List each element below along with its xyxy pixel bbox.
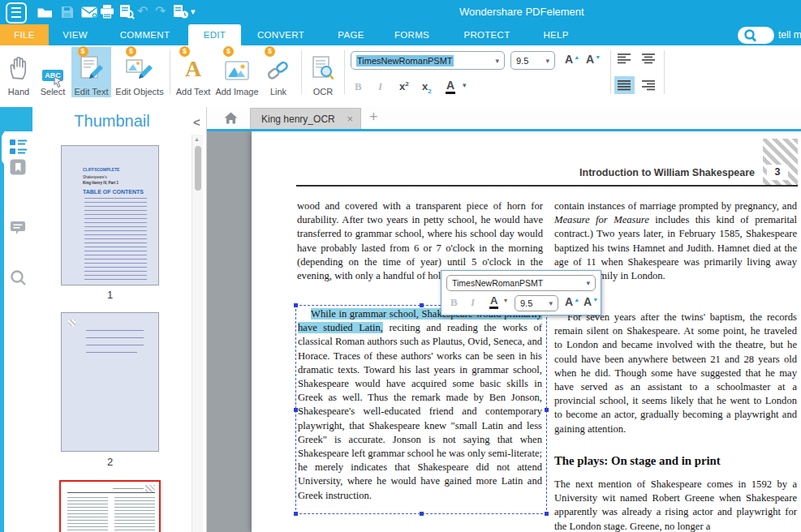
pdfelement-window: ↶ ↷ ▾ Wondershare PDFelement FILE VIEW C… [0,0,801,532]
font-family-select[interactable]: TimesNewRomanPSMT ▾ [351,51,505,70]
mini-font-color-dropdown-icon[interactable]: ▾ [504,297,507,304]
toolbar-divider [170,50,170,94]
mini-bold-button[interactable]: B [450,296,458,309]
triangle-up-icon: ▲ [574,54,579,60]
mini-italic-button[interactable]: I [471,296,475,309]
mini-font-color-button[interactable]: A [489,294,498,307]
recent-document-icon[interactable] [173,5,189,19]
resize-handle-top-center[interactable] [420,303,424,307]
search-icon [10,269,28,287]
document-view-area[interactable]: Introduction to William Shakespeare 3 wo… [207,131,801,532]
align-center-button[interactable] [639,49,659,67]
preview-search-icon[interactable] [119,5,135,19]
resize-handle-bottom-right[interactable] [545,512,549,516]
resize-handle-middle-left[interactable] [294,408,298,412]
bold-button[interactable]: B [355,80,362,93]
mini-font-family-select[interactable]: TimesNewRomanPSMT ▾ [446,275,596,291]
superscript-button[interactable]: x2 [399,80,409,92]
undo-icon[interactable]: ↶ [137,3,148,19]
resize-handle-middle-right[interactable] [545,408,549,412]
email-icon[interactable] [81,6,97,18]
mini-font-size-select[interactable]: 9.5 ▾ [515,295,558,311]
document-tab[interactable]: King henry_OCR × [250,108,361,129]
resize-handle-top-left[interactable] [294,303,298,307]
page-thumbnail-1[interactable]: CLIFFSCOMPLETE Shakespeare's King Henry … [61,145,159,285]
floating-format-toolbar: TimesNewRomanPSMT ▾ B I A ▾ 9.5 ▾ A▲ A▼ [441,270,601,315]
app-logo-icon[interactable] [6,2,27,24]
menu-tab-help[interactable]: HELP [532,24,580,45]
increase-font-size-button[interactable]: A▲ [565,53,579,66]
align-left-icon [618,53,631,64]
thumbnail-panel: Thumbnail < CLIFFSCOMPLETE Shakespeare's… [32,107,207,532]
font-color-button[interactable]: A [446,79,455,92]
justify-icon [618,79,631,91]
quick-access-dropdown-icon[interactable]: ▾ [191,6,196,17]
select-tool-button[interactable]: ABC Select [36,47,70,97]
triangle-down-icon: ▼ [592,297,598,302]
chevron-down-icon: ▾ [549,299,553,307]
font-size-select[interactable]: 9.5 ▾ [510,51,555,70]
menu-tab-view[interactable]: VIEW [49,24,101,45]
font-color-dropdown-icon[interactable]: ▾ [463,81,467,89]
tell-me-search-box[interactable] [738,27,774,44]
chevron-down-icon: ▾ [495,57,499,65]
resize-handle-bottom-left[interactable] [294,512,298,516]
new-tab-button[interactable]: + [369,109,378,126]
premium-badge-icon: $ [126,46,136,57]
hand-tool-button[interactable]: Hand [2,47,36,97]
tell-me-search-text[interactable]: tell me wh [778,29,801,41]
add-image-button[interactable]: $ Add Image [215,47,259,97]
mini-decrease-font-button[interactable]: A▼ [584,295,598,308]
edit-text-button[interactable]: $ Edit Text [71,47,111,97]
open-file-icon[interactable] [37,6,53,18]
italic-button[interactable]: I [378,80,382,93]
link-button[interactable]: $ Link [261,47,295,97]
thumbnail-scrollbar[interactable]: ▲ [192,135,203,532]
subscript-button[interactable]: x2 [422,80,432,95]
page-thumbnail-1-label: 1 [61,289,159,301]
menu-tab-comment[interactable]: COMMENT [101,24,188,45]
menu-tab-page[interactable]: PAGE [321,24,381,45]
align-right-button[interactable] [639,76,659,94]
triangle-down-icon: ▼ [595,54,601,60]
title-bar: ↶ ↷ ▾ Wondershare PDFelement [0,0,801,24]
menu-tab-file[interactable]: FILE [0,24,49,45]
scroll-up-icon[interactable]: ▲ [194,136,200,142]
scrollbar-thumb[interactable] [195,146,201,191]
menu-tab-edit[interactable]: EDIT [188,24,241,45]
toolbar-divider [664,50,665,94]
align-left-button[interactable] [614,49,635,67]
page-thumbnail-3-current[interactable] [59,480,161,532]
page-thumbnail-2[interactable] [61,312,159,452]
resize-handle-bottom-center[interactable] [420,512,424,516]
save-icon[interactable] [61,6,74,19]
comment-icon [10,221,26,236]
ocr-button[interactable]: OCR [306,47,340,97]
add-text-icon: A [185,57,201,81]
text-edit-box[interactable]: While in grammar school, Shakespeare wou… [295,305,547,514]
mini-increase-font-button[interactable]: A▲ [565,295,579,308]
panel-title: Thumbnail [32,112,192,131]
menu-tab-convert[interactable]: CONVERT [241,24,321,45]
search-panel-button[interactable] [10,269,28,287]
justify-button[interactable] [614,76,635,94]
edit-toolbar: Hand ABC Select $ Edit Text $ [0,45,801,108]
menu-tab-protect[interactable]: PROTECT [442,24,532,45]
bookmarks-panel-button[interactable] [10,159,26,175]
menu-bar: FILE VIEW COMMENT EDIT CONVERT PAGE FORM… [0,24,801,45]
thumbnail-icon [10,139,28,155]
left-column-paragraph-2: While in grammar school, Shakespeare wou… [298,307,542,503]
home-tab[interactable] [224,112,238,124]
thumbnail-panel-button[interactable] [10,139,28,155]
add-text-button[interactable]: $ A Add Text [174,47,213,97]
comments-panel-button[interactable] [10,221,26,236]
close-tab-icon[interactable]: × [347,113,353,125]
redo-icon[interactable]: ↷ [155,3,166,19]
edit-objects-button[interactable]: $ Edit Objects [113,47,166,97]
toc-lines-decoration [84,198,147,282]
collapse-panel-button[interactable]: < [193,115,200,129]
premium-badge-icon: $ [78,46,88,57]
menu-tab-forms[interactable]: FORMS [381,24,442,45]
decrease-font-size-button[interactable]: A▼ [586,53,601,66]
print-icon[interactable] [100,5,114,19]
